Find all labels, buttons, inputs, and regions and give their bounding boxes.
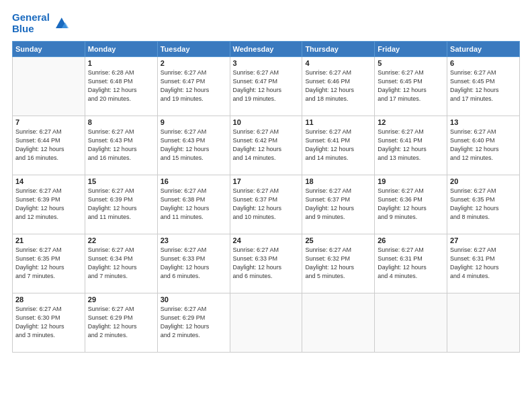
day-number: 6 xyxy=(450,59,517,67)
day-info: Sunrise: 6:27 AMSunset: 6:41 PMDaylight:… xyxy=(378,128,444,163)
day-info: Sunrise: 6:27 AMSunset: 6:31 PMDaylight:… xyxy=(378,246,444,281)
day-number: 3 xyxy=(233,59,300,67)
day-info: Sunrise: 6:27 AMSunset: 6:35 PMDaylight:… xyxy=(15,246,82,281)
calendar-cell: 13Sunrise: 6:27 AMSunset: 6:40 PMDayligh… xyxy=(447,116,520,175)
day-info: Sunrise: 6:27 AMSunset: 6:43 PMDaylight:… xyxy=(88,128,154,163)
day-number: 28 xyxy=(15,295,82,304)
day-info: Sunrise: 6:27 AMSunset: 6:43 PMDaylight:… xyxy=(161,128,227,163)
day-number: 21 xyxy=(15,236,82,244)
logo: General Blue xyxy=(12,12,70,34)
calendar-cell: 25Sunrise: 6:27 AMSunset: 6:32 PMDayligh… xyxy=(302,234,375,293)
calendar-cell: 30Sunrise: 6:27 AMSunset: 6:29 PMDayligh… xyxy=(157,293,230,353)
calendar-cell xyxy=(375,293,447,353)
calendar-cell: 18Sunrise: 6:27 AMSunset: 6:37 PMDayligh… xyxy=(302,175,375,234)
weekday-thursday: Thursday xyxy=(302,42,375,57)
calendar-cell: 16Sunrise: 6:27 AMSunset: 6:38 PMDayligh… xyxy=(157,175,230,234)
calendar-cell: 2Sunrise: 6:27 AMSunset: 6:47 PMDaylight… xyxy=(157,57,230,116)
day-info: Sunrise: 6:27 AMSunset: 6:29 PMDaylight:… xyxy=(161,305,227,340)
weekday-tuesday: Tuesday xyxy=(157,42,230,57)
calendar-cell: 26Sunrise: 6:27 AMSunset: 6:31 PMDayligh… xyxy=(375,234,447,293)
day-number: 5 xyxy=(378,59,444,67)
day-info: Sunrise: 6:27 AMSunset: 6:31 PMDaylight:… xyxy=(450,246,517,281)
calendar-cell: 7Sunrise: 6:27 AMSunset: 6:44 PMDaylight… xyxy=(13,116,85,175)
day-number: 15 xyxy=(88,177,154,185)
day-number: 19 xyxy=(378,177,444,185)
day-info: Sunrise: 6:27 AMSunset: 6:46 PMDaylight:… xyxy=(305,68,371,103)
weekday-wednesday: Wednesday xyxy=(230,42,302,57)
week-row-5: 28Sunrise: 6:27 AMSunset: 6:30 PMDayligh… xyxy=(13,293,520,353)
calendar-cell: 24Sunrise: 6:27 AMSunset: 6:33 PMDayligh… xyxy=(230,234,302,293)
calendar-cell: 29Sunrise: 6:27 AMSunset: 6:29 PMDayligh… xyxy=(85,293,157,353)
weekday-sunday: Sunday xyxy=(13,42,85,57)
day-info: Sunrise: 6:27 AMSunset: 6:33 PMDaylight:… xyxy=(233,246,300,281)
calendar-cell: 27Sunrise: 6:27 AMSunset: 6:31 PMDayligh… xyxy=(447,234,520,293)
header: General Blue xyxy=(12,12,520,34)
calendar-cell: 11Sunrise: 6:27 AMSunset: 6:41 PMDayligh… xyxy=(302,116,375,175)
calendar-cell xyxy=(302,293,375,353)
day-number: 17 xyxy=(233,177,300,185)
calendar-cell: 28Sunrise: 6:27 AMSunset: 6:30 PMDayligh… xyxy=(13,293,85,353)
logo-text: General xyxy=(12,12,50,24)
calendar-cell: 1Sunrise: 6:28 AMSunset: 6:48 PMDaylight… xyxy=(85,57,157,116)
day-number: 26 xyxy=(378,236,444,244)
calendar-cell: 8Sunrise: 6:27 AMSunset: 6:43 PMDaylight… xyxy=(85,116,157,175)
day-number: 23 xyxy=(161,236,227,244)
day-info: Sunrise: 6:27 AMSunset: 6:37 PMDaylight:… xyxy=(233,187,300,222)
calendar-cell: 3Sunrise: 6:27 AMSunset: 6:47 PMDaylight… xyxy=(230,57,302,116)
day-info: Sunrise: 6:27 AMSunset: 6:47 PMDaylight:… xyxy=(161,68,227,103)
day-info: Sunrise: 6:27 AMSunset: 6:36 PMDaylight:… xyxy=(378,187,444,222)
day-info: Sunrise: 6:27 AMSunset: 6:45 PMDaylight:… xyxy=(378,68,444,103)
weekday-friday: Friday xyxy=(375,42,447,57)
calendar-cell: 14Sunrise: 6:27 AMSunset: 6:39 PMDayligh… xyxy=(13,175,85,234)
calendar-cell: 15Sunrise: 6:27 AMSunset: 6:39 PMDayligh… xyxy=(85,175,157,234)
day-number: 4 xyxy=(305,59,371,67)
day-number: 7 xyxy=(15,118,82,126)
weekday-saturday: Saturday xyxy=(447,42,520,57)
day-info: Sunrise: 6:27 AMSunset: 6:42 PMDaylight:… xyxy=(233,128,300,163)
day-info: Sunrise: 6:27 AMSunset: 6:40 PMDaylight:… xyxy=(450,128,517,163)
day-number: 8 xyxy=(88,118,154,126)
day-info: Sunrise: 6:27 AMSunset: 6:29 PMDaylight:… xyxy=(88,305,154,340)
calendar-table: SundayMondayTuesdayWednesdayThursdayFrid… xyxy=(12,41,520,353)
day-info: Sunrise: 6:27 AMSunset: 6:34 PMDaylight:… xyxy=(88,246,154,281)
day-info: Sunrise: 6:27 AMSunset: 6:45 PMDaylight:… xyxy=(450,68,517,103)
calendar-cell: 19Sunrise: 6:27 AMSunset: 6:36 PMDayligh… xyxy=(375,175,447,234)
day-number: 16 xyxy=(161,177,227,185)
day-number: 14 xyxy=(15,177,82,185)
day-number: 18 xyxy=(305,177,371,185)
day-number: 24 xyxy=(233,236,300,244)
day-info: Sunrise: 6:27 AMSunset: 6:47 PMDaylight:… xyxy=(233,68,300,103)
day-info: Sunrise: 6:27 AMSunset: 6:37 PMDaylight:… xyxy=(305,187,371,222)
day-number: 22 xyxy=(88,236,154,244)
page: General Blue SundayMondayTuesdayWednesda… xyxy=(0,0,532,411)
week-row-1: 1Sunrise: 6:28 AMSunset: 6:48 PMDaylight… xyxy=(13,57,520,116)
day-number: 20 xyxy=(450,177,517,185)
week-row-4: 21Sunrise: 6:27 AMSunset: 6:35 PMDayligh… xyxy=(13,234,520,293)
calendar-cell: 9Sunrise: 6:27 AMSunset: 6:43 PMDaylight… xyxy=(157,116,230,175)
day-info: Sunrise: 6:27 AMSunset: 6:33 PMDaylight:… xyxy=(161,246,227,281)
week-row-2: 7Sunrise: 6:27 AMSunset: 6:44 PMDaylight… xyxy=(13,116,520,175)
day-number: 30 xyxy=(161,295,227,304)
day-number: 11 xyxy=(305,118,371,126)
day-number: 9 xyxy=(161,118,227,126)
calendar-cell: 23Sunrise: 6:27 AMSunset: 6:33 PMDayligh… xyxy=(157,234,230,293)
day-info: Sunrise: 6:27 AMSunset: 6:44 PMDaylight:… xyxy=(15,128,82,163)
calendar-cell: 12Sunrise: 6:27 AMSunset: 6:41 PMDayligh… xyxy=(375,116,447,175)
calendar-cell: 17Sunrise: 6:27 AMSunset: 6:37 PMDayligh… xyxy=(230,175,302,234)
calendar-cell: 20Sunrise: 6:27 AMSunset: 6:35 PMDayligh… xyxy=(447,175,520,234)
day-number: 2 xyxy=(161,59,227,67)
day-number: 13 xyxy=(450,118,517,126)
weekday-monday: Monday xyxy=(85,42,157,57)
calendar-cell xyxy=(13,57,85,116)
logo-text2: Blue xyxy=(12,24,50,35)
calendar-cell: 10Sunrise: 6:27 AMSunset: 6:42 PMDayligh… xyxy=(230,116,302,175)
calendar-cell xyxy=(447,293,520,353)
calendar-cell: 21Sunrise: 6:27 AMSunset: 6:35 PMDayligh… xyxy=(13,234,85,293)
day-number: 1 xyxy=(88,59,154,67)
day-info: Sunrise: 6:27 AMSunset: 6:35 PMDaylight:… xyxy=(450,187,517,222)
logo-icon xyxy=(51,14,70,33)
calendar-cell: 6Sunrise: 6:27 AMSunset: 6:45 PMDaylight… xyxy=(447,57,520,116)
day-info: Sunrise: 6:27 AMSunset: 6:38 PMDaylight:… xyxy=(161,187,227,222)
day-number: 10 xyxy=(233,118,300,126)
day-info: Sunrise: 6:27 AMSunset: 6:41 PMDaylight:… xyxy=(305,128,371,163)
